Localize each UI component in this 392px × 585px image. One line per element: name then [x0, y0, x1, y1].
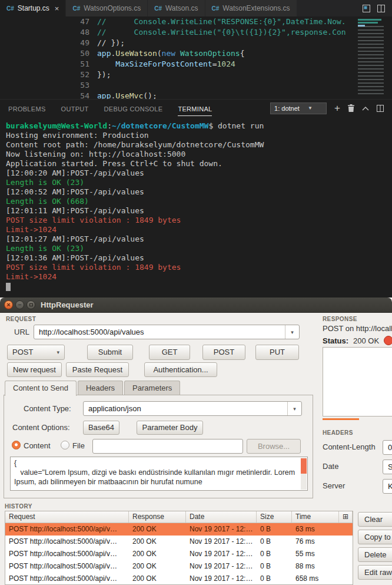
code-text: // Console.WriteLine("RESPONSE:{0}",Date…: [94, 16, 346, 27]
request-body-text: { value="Lorem Ipsum, dizgi ve baskı end…: [14, 458, 298, 487]
window-titlebar[interactable]: × − HttpRequester: [0, 298, 392, 313]
maximize-icon: [29, 303, 33, 306]
request-body-textarea[interactable]: { value="Lorem Ipsum, dizgi ve baskı end…: [10, 457, 308, 491]
csharp-file-icon: C#: [154, 5, 162, 12]
maximize-panel-icon[interactable]: [362, 106, 369, 111]
history-button-delete[interactable]: Delete: [358, 547, 392, 562]
authentication-button[interactable]: Authentication...: [144, 362, 217, 377]
history-column-request[interactable]: Request: [5, 511, 129, 523]
tab-content-to-send[interactable]: Content to Send: [5, 381, 77, 396]
history-column-size[interactable]: Size: [257, 511, 292, 523]
editor-tab-watsonextensions-cs[interactable]: C#WatsonExtensions.cs: [205, 0, 297, 16]
history-row[interactable]: POST http://localhost:5000/api/v…200 OKN…: [5, 560, 353, 573]
response-header-value[interactable]: K: [383, 479, 392, 494]
history-cell: 0 B: [257, 523, 292, 536]
panel-tab-debug-console[interactable]: DEBUG CONSOLE: [104, 101, 163, 115]
kill-terminal-icon[interactable]: [348, 104, 354, 112]
history-button-copy-to[interactable]: Copy to: [358, 530, 392, 544]
url-value: http://localhost:5000/api/values: [34, 325, 285, 339]
parameter-body-button[interactable]: Parameter Body: [137, 421, 203, 435]
method-dropdown[interactable]: POST ▾: [7, 345, 65, 360]
paste-request-button[interactable]: Paste Request: [66, 362, 129, 377]
file-path-input[interactable]: [92, 439, 243, 454]
history-cell: 55 ms: [292, 548, 339, 560]
content-radio[interactable]: [12, 441, 21, 450]
history-column-date[interactable]: Date: [186, 511, 257, 523]
history-button-edit-raw[interactable]: Edit raw: [358, 565, 392, 580]
get-button[interactable]: GET: [149, 345, 190, 360]
chevron-down-icon[interactable]: ▾: [287, 402, 301, 415]
tab-headers[interactable]: Headers: [78, 381, 123, 395]
line-number: 49: [0, 38, 94, 48]
history-column-time[interactable]: Time: [292, 511, 339, 523]
window-close-button[interactable]: ×: [4, 300, 13, 309]
window-maximize-button[interactable]: [26, 300, 35, 309]
line-number: 48: [0, 27, 94, 38]
window-minimize-button[interactable]: −: [15, 300, 24, 309]
history-cell: 658 ms: [292, 573, 339, 585]
panel-tab-problems[interactable]: PROBLEMS: [8, 101, 46, 115]
post-button[interactable]: POST: [202, 345, 245, 360]
base64-button[interactable]: Base64: [83, 421, 119, 435]
code-token: UseWatson: [115, 49, 157, 58]
terminal-output[interactable]: burakselyum@West-World:~/dotnetcore/Cust…: [0, 117, 392, 298]
file-radio[interactable]: [61, 441, 69, 450]
editor-actions: [363, 0, 392, 16]
url-input[interactable]: http://localhost:5000/api/values ▾: [34, 325, 300, 339]
vscode-window: C#Startup.cs×C#WatsonOptions.csC#Watson.…: [0, 0, 392, 298]
terminal-line: Application started. Press Ctrl+C to shu…: [6, 159, 392, 168]
close-tab-icon[interactable]: ×: [55, 4, 59, 13]
response-header-name: Content-Length: [323, 442, 376, 451]
new-request-button[interactable]: New request: [7, 362, 62, 377]
csharp-file-icon: C#: [72, 5, 80, 12]
history-button-clear[interactable]: Clear: [358, 512, 392, 527]
terminal-cursor-line: [6, 282, 392, 291]
put-button[interactable]: PUT: [255, 345, 299, 360]
code-token: {: [240, 49, 245, 58]
editor-tab-startup-cs[interactable]: C#Startup.cs×: [0, 0, 65, 16]
browse-button[interactable]: Browse...: [247, 439, 301, 454]
terminal-line: [12:01:36 AM]:POST-/api/values: [6, 253, 392, 263]
response-header-value[interactable]: 0: [383, 440, 392, 455]
code-token: WatsonOptions: [180, 49, 240, 58]
history-row[interactable]: POST http://localhost:5000/api/v…200 OKN…: [5, 523, 353, 536]
panel-tab-terminal[interactable]: TERMINAL: [178, 101, 212, 116]
history-column-response[interactable]: Response: [129, 511, 186, 523]
editor-tab-watsonoptions-cs[interactable]: C#WatsonOptions.cs: [66, 0, 147, 16]
terminal-line: [12:00:52 AM]:POST-/api/values: [6, 187, 392, 197]
tab-parameters[interactable]: Parameters: [124, 381, 180, 395]
column-picker-icon[interactable]: ⊞: [339, 511, 353, 523]
panel-tab-output[interactable]: OUTPUT: [61, 101, 89, 115]
response-body-box[interactable]: [323, 347, 392, 417]
textarea-scrollbar-thumb[interactable]: [301, 458, 307, 474]
code-editor[interactable]: 47// Console.WriteLine("RESPONSE:{0}",Da…: [0, 16, 392, 99]
minimap[interactable]: [356, 16, 392, 99]
chevron-down-icon[interactable]: ▾: [285, 325, 299, 339]
terminal-line: Limit->1024: [6, 272, 392, 282]
code-line: 51 MaxSizeForPostContent=1024: [0, 59, 392, 70]
chevron-down-icon: ▾: [57, 345, 59, 359]
history-row[interactable]: POST http://localhost:5000/api/v…200 OKN…: [5, 536, 353, 548]
line-number: 52: [0, 70, 94, 80]
open-changes-icon[interactable]: [363, 5, 370, 12]
split-panel-icon[interactable]: [377, 105, 384, 112]
split-editor-icon[interactable]: [377, 5, 385, 12]
history-row[interactable]: POST http://localhost:5000/api/v…200 OKN…: [5, 573, 353, 585]
history-row[interactable]: POST http://localhost:5000/api/v…200 OKN…: [5, 548, 353, 560]
editor-tab-watson-cs[interactable]: C#Watson.cs: [148, 0, 204, 16]
code-text: [94, 80, 97, 91]
history-cell: 0 B: [257, 536, 292, 548]
terminal-text: [12:01:27 AM]:POST-/api/values: [6, 234, 144, 243]
new-terminal-icon[interactable]: +: [334, 104, 340, 113]
terminal-selector[interactable]: 1: dotnet ▼: [270, 103, 327, 114]
panel-actions: 1: dotnet ▼ +: [270, 103, 384, 114]
history-cell: POST http://localhost:5000/api/v…: [5, 573, 129, 585]
line-number: 54: [0, 91, 94, 99]
content-type-dropdown[interactable]: application/json ▾: [83, 401, 302, 416]
line-number: 50: [0, 48, 94, 59]
response-header-value[interactable]: S: [383, 460, 392, 474]
submit-button[interactable]: Submit: [87, 345, 133, 360]
editor-tab-label: Watson.cs: [165, 4, 198, 12]
code-token: });: [97, 70, 111, 79]
history-cell: POST http://localhost:5000/api/v…: [5, 560, 129, 573]
